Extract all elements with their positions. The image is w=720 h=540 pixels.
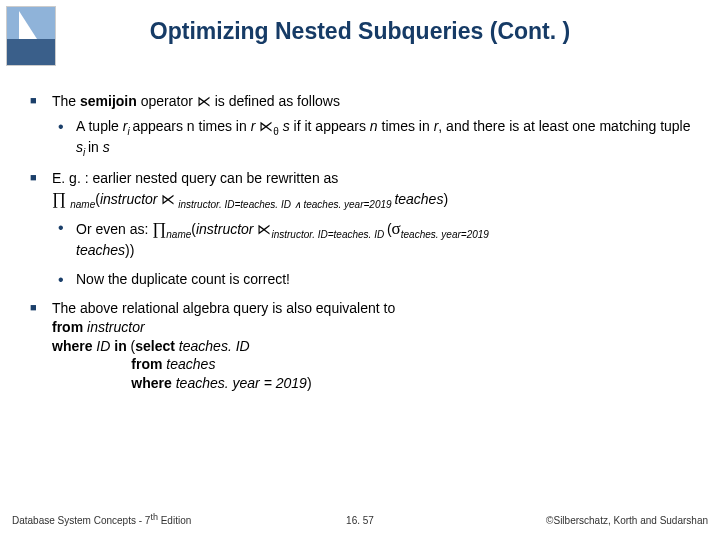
footer-right: ©Silberschatz, Korth and Sudarshan (546, 515, 708, 526)
keyword: from (131, 356, 162, 372)
text: ) (307, 375, 312, 391)
text-italic: instructor (196, 221, 254, 237)
subscript: θ (273, 126, 279, 137)
text: Or even as: (76, 221, 152, 237)
text: ⋉ (254, 221, 272, 237)
text: if it appears (290, 118, 370, 134)
text: operator ⋉ is defined as follows (137, 93, 340, 109)
text-italic: n (370, 118, 378, 134)
subscript: name (166, 228, 191, 239)
text: )) (125, 242, 134, 258)
bullet-level2: Now the duplicate count is correct! (30, 270, 700, 289)
text: ⋉ (158, 191, 176, 207)
pi-symbol: ∏ (152, 219, 166, 238)
keyword: where (131, 375, 171, 391)
keyword: select (135, 338, 175, 354)
text-italic: teaches. year = 2019 (172, 375, 307, 391)
text-bold: semijoin (80, 93, 137, 109)
slide-header: Optimizing Nested Subqueries (Cont. ) (0, 0, 720, 70)
slide: Optimizing Nested Subqueries (Cont. ) Th… (0, 0, 720, 540)
subscript: teaches. year=2019 (401, 228, 489, 239)
subscript: instructor. ID=teaches. ID (271, 228, 387, 239)
text-italic: instructor (100, 191, 158, 207)
text-italic: ID (92, 338, 114, 354)
text: A tuple (76, 118, 123, 134)
text-italic: s (283, 118, 290, 134)
keyword: where (52, 338, 92, 354)
text: , and there is at least one matching tup… (438, 118, 690, 134)
text-italic: teaches (394, 191, 443, 207)
text-italic: teaches (76, 242, 125, 258)
text: The above relational algebra query is al… (52, 300, 395, 316)
text: times in (378, 118, 434, 134)
text-italic: s (76, 139, 83, 155)
slide-title: Optimizing Nested Subqueries (Cont. ) (0, 18, 720, 45)
subscript: name (70, 199, 95, 210)
expression: ∏ name(instructor ⋉ instructor. ID=teach… (52, 191, 448, 207)
bullet-level2: Or even as: ∏name(instructor ⋉instructor… (30, 218, 700, 260)
text: ⋉ (255, 118, 273, 134)
text-italic: teaches (162, 356, 215, 372)
pi-symbol: ∏ (52, 189, 70, 208)
text: ) (443, 191, 448, 207)
text: appears n times in (132, 118, 250, 134)
bullet-level1: The semijoin operator ⋉ is defined as fo… (30, 92, 700, 111)
keyword: in (114, 338, 126, 354)
subscript: instructor. ID=teaches. ID ∧ teaches. ye… (175, 199, 394, 210)
text-italic: teaches. ID (175, 338, 250, 354)
bullet-level2: A tuple ri appears n times in r ⋉θ s if … (30, 117, 700, 160)
bullet-level1: E. g. : earlier nested query can be rewr… (30, 169, 700, 211)
text: E. g. : earlier nested query can be rewr… (52, 170, 338, 186)
bullet-level1: The above relational algebra query is al… (30, 299, 700, 393)
sigma-symbol: σ (392, 219, 401, 238)
text-italic: instructor (83, 319, 144, 335)
text-italic: s (103, 139, 110, 155)
text: The (52, 93, 80, 109)
text: in (88, 139, 103, 155)
keyword: from (52, 319, 83, 335)
text: ( (127, 338, 136, 354)
text: Now the duplicate count is correct! (76, 271, 290, 287)
slide-body: The semijoin operator ⋉ is defined as fo… (30, 92, 700, 399)
